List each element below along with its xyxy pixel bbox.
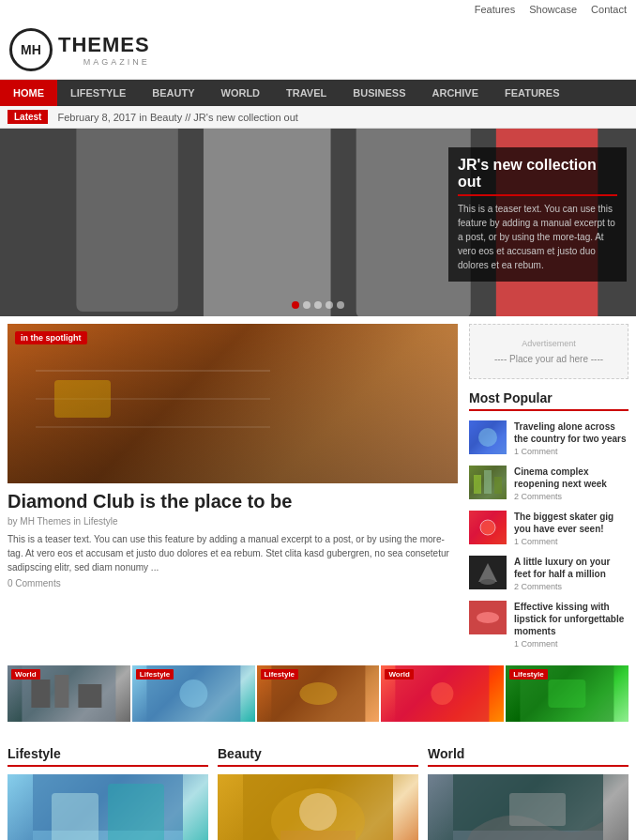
logo-name: THEMES: [58, 33, 150, 56]
dot-2[interactable]: [303, 301, 310, 309]
latest-bar: Latest February 8, 2017 in Beauty // JR'…: [0, 106, 636, 129]
strip-badge-5: Lifestyle: [509, 669, 547, 680]
spotlight-section: in the spotlight Diamond Club is the pla…: [8, 324, 458, 596]
top-bar: Features Showcase Contact: [0, 0, 636, 19]
most-popular: Most Popular Traveling alone across the …: [469, 390, 628, 649]
strip-badge-1: World: [11, 669, 40, 680]
category-lifestyle: Lifestyle Indulge yourself in this amazi…: [8, 746, 208, 840]
dot-3[interactable]: [314, 301, 322, 309]
logo-text-group: THEMES MAGAZINE: [58, 33, 150, 67]
svg-point-11: [480, 520, 495, 535]
popular-meta-1: 1 Comment: [514, 447, 628, 456]
popular-thumb-5: [469, 601, 507, 634]
strip-item-3[interactable]: Lifestyle: [257, 665, 380, 722]
spotlight-byline: by MH Themes in Lifestyle: [8, 516, 458, 527]
category-lifestyle-heading: Lifestyle: [8, 746, 208, 767]
hero-overlay: JR's new collection out This is a teaser…: [448, 147, 627, 282]
features-link[interactable]: Features: [475, 4, 515, 15]
svg-point-5: [478, 428, 497, 447]
main-nav: HOME LIFESTYLE BEAUTY WORLD TRAVEL BUSIN…: [0, 80, 636, 106]
popular-item-text-5: Effective kissing with lipstick for unfo…: [514, 601, 628, 649]
popular-item-text-2: Cinema complex reopening next week 2 Com…: [514, 466, 628, 501]
popular-meta-5: 1 Comment: [514, 639, 628, 649]
dot-1[interactable]: [292, 301, 299, 309]
most-popular-heading: Most Popular: [469, 390, 628, 411]
svg-point-15: [477, 612, 499, 623]
popular-title-1[interactable]: Traveling alone across the country for t…: [514, 420, 628, 445]
svg-rect-9: [494, 477, 502, 494]
strip-item-2[interactable]: Lifestyle: [132, 665, 255, 722]
spotlight-badge: in the spotlight: [15, 331, 87, 344]
strip-item-1[interactable]: World: [8, 665, 130, 722]
svg-rect-8: [484, 470, 492, 494]
popular-meta-2: 2 Comments: [514, 492, 628, 501]
ad-label: Advertisement: [479, 339, 618, 348]
nav-world[interactable]: WORLD: [208, 80, 274, 106]
strip-badge-3: Lifestyle: [261, 669, 298, 680]
spotlight-comments: 0 Comments: [8, 578, 458, 588]
strip-badge-4: World: [385, 669, 414, 680]
nav-business[interactable]: BUSINESS: [340, 80, 418, 106]
popular-title-2[interactable]: Cinema complex reopening next week: [514, 466, 628, 490]
popular-thumb-3: [469, 511, 507, 544]
strip-item-4[interactable]: World: [381, 665, 504, 722]
main-content: Latest February 8, 2017 in Beauty // JR'…: [0, 106, 636, 840]
svg-point-34: [299, 793, 337, 831]
svg-point-13: [480, 579, 495, 585]
svg-rect-18: [54, 675, 68, 708]
beauty-image: [218, 774, 418, 840]
site-header: MH THEMES MAGAZINE: [0, 19, 636, 80]
popular-thumb-1: [469, 420, 507, 454]
popular-thumb-4: [469, 556, 507, 589]
hero-slider[interactable]: JR's new collection out This is a teaser…: [0, 129, 636, 316]
world-image: [428, 774, 628, 840]
popular-title-3[interactable]: The biggest skater gig you have ever see…: [514, 511, 628, 535]
category-sections: Lifestyle Indulge yourself in this amazi…: [0, 739, 636, 840]
latest-text: February 8, 2017 in Beauty // JR's new c…: [57, 112, 297, 123]
category-world-heading: World: [428, 746, 628, 767]
svg-point-23: [299, 682, 337, 705]
popular-item-text-3: The biggest skater gig you have ever see…: [514, 511, 628, 546]
nav-features[interactable]: FEATURES: [492, 80, 572, 106]
thumb-strip: World Lifestyle Lifestyle World Lifestyl…: [0, 665, 636, 729]
popular-item-text-4: A little luxury on your feet for half a …: [514, 556, 628, 591]
spotlight-body: This is a teaser text. You can use this …: [8, 532, 458, 574]
showcase-link[interactable]: Showcase: [529, 4, 577, 15]
strip-badge-2: Lifestyle: [136, 669, 174, 680]
svg-rect-35: [280, 831, 356, 840]
nav-archive[interactable]: ARCHIVE: [419, 80, 492, 106]
dot-4[interactable]: [326, 301, 333, 309]
svg-rect-30: [52, 793, 98, 840]
logo-subtitle: MAGAZINE: [58, 57, 150, 67]
site-logo: MH THEMES MAGAZINE: [9, 28, 627, 71]
svg-rect-38: [509, 793, 566, 826]
svg-rect-7: [474, 475, 481, 494]
nav-travel[interactable]: TRAVEL: [273, 80, 340, 106]
svg-point-25: [432, 682, 454, 705]
logo-icon: MH: [9, 28, 53, 71]
category-beauty: Beauty Gorgeous photoshoots at home as a…: [218, 746, 418, 840]
svg-point-21: [179, 680, 207, 708]
hero-nav-dots: [292, 301, 344, 309]
svg-rect-27: [549, 680, 586, 708]
nav-lifestyle[interactable]: LIFESTYLE: [57, 80, 139, 106]
popular-title-4[interactable]: A little luxury on your feet for half a …: [514, 556, 628, 580]
hero-title: JR's new collection out: [458, 157, 617, 196]
spotlight-image: in the spotlight: [8, 324, 458, 483]
popular-title-5[interactable]: Effective kissing with lipstick for unfo…: [514, 601, 628, 637]
strip-item-5[interactable]: Lifestyle: [506, 665, 628, 722]
popular-item: A little luxury on your feet for half a …: [469, 556, 628, 591]
popular-thumb-2: [469, 466, 507, 499]
nav-home[interactable]: HOME: [0, 80, 57, 106]
spotlight-title: Diamond Club is the place to be: [8, 491, 458, 512]
popular-meta-4: 2 Comments: [514, 582, 628, 591]
spotlight-main: in the spotlight Diamond Club is the pla…: [8, 324, 458, 596]
nav-beauty[interactable]: BEAUTY: [139, 80, 207, 106]
content-area: in the spotlight Diamond Club is the pla…: [0, 316, 636, 665]
category-beauty-heading: Beauty: [218, 746, 418, 767]
svg-rect-19: [78, 684, 101, 708]
svg-rect-31: [108, 784, 164, 840]
dot-5[interactable]: [337, 301, 344, 309]
popular-item: Traveling alone across the country for t…: [469, 420, 628, 456]
contact-link[interactable]: Contact: [591, 4, 627, 15]
